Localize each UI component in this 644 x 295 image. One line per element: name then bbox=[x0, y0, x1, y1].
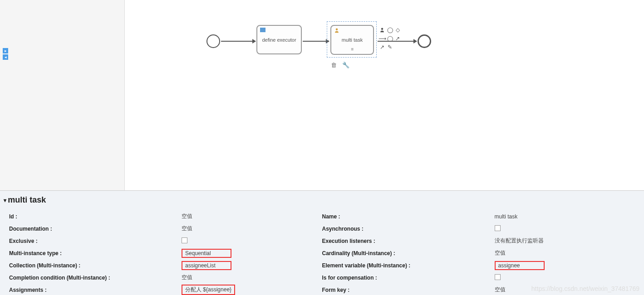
end-event[interactable] bbox=[418, 34, 431, 48]
property-label: Form key : bbox=[322, 287, 495, 293]
property-value[interactable]: 空值 bbox=[182, 213, 192, 220]
user-icon bbox=[334, 28, 339, 33]
context-pad: ◯ ◇ bbox=[379, 27, 401, 33]
task-label: multi task bbox=[342, 37, 363, 43]
property-row[interactable]: Assignments :分配人 ${assignee} bbox=[9, 284, 322, 295]
properties-col-left: Id :空值Documentation :空值Exclusive :Multi-… bbox=[9, 210, 322, 295]
property-label: Is for compensation : bbox=[322, 275, 495, 281]
properties-panel: multi task Id :空值Documentation :空值Exclus… bbox=[0, 190, 644, 295]
checkbox[interactable] bbox=[495, 274, 501, 280]
element-tools: 🗑 🔧 bbox=[331, 62, 349, 68]
user-icon[interactable] bbox=[379, 27, 385, 33]
properties-grid: Id :空值Documentation :空值Exclusive :Multi-… bbox=[0, 208, 644, 295]
property-label: Collection (Multi-instance) : bbox=[9, 262, 182, 269]
property-value[interactable]: 分配人 ${assignee} bbox=[182, 285, 235, 295]
property-value[interactable]: assigneeList bbox=[182, 261, 231, 270]
property-row[interactable]: Exclusive : bbox=[9, 235, 322, 247]
property-value[interactable]: 空值 bbox=[182, 225, 192, 232]
palette-sidebar: ▸ ◂ bbox=[0, 0, 125, 190]
property-value[interactable]: 空值 bbox=[495, 249, 506, 257]
property-value[interactable]: multi task bbox=[495, 213, 518, 220]
property-label: Multi-instance type : bbox=[9, 250, 182, 256]
property-row[interactable]: Name :multi task bbox=[322, 210, 635, 222]
property-label: Assignments : bbox=[9, 287, 182, 293]
property-label: Name : bbox=[322, 213, 495, 220]
checkbox[interactable] bbox=[182, 237, 187, 243]
property-value[interactable]: 空值 bbox=[182, 274, 192, 281]
sequence-flow[interactable] bbox=[303, 41, 329, 42]
start-event[interactable] bbox=[206, 34, 220, 48]
diagram-canvas[interactable]: define executor multi task ≡ ◯ ◇ ⟶ ◯ ↗ ↗… bbox=[125, 0, 644, 190]
sidebar-toggle: ▸ ◂ bbox=[3, 48, 8, 61]
task-type-icon bbox=[260, 28, 265, 32]
panel-title[interactable]: multi task bbox=[0, 195, 644, 208]
property-row[interactable]: Is for compensation : bbox=[322, 271, 635, 284]
expand-icon[interactable]: ▸ bbox=[3, 48, 8, 53]
wrench-icon[interactable]: 🔧 bbox=[342, 62, 349, 68]
property-label: Execution listeners : bbox=[322, 238, 495, 244]
property-row[interactable]: Completion condition (Multi-instance) :空… bbox=[9, 271, 322, 284]
arrow-icon[interactable]: ↗ bbox=[379, 44, 385, 50]
property-label: Documentation : bbox=[9, 226, 182, 232]
property-row[interactable]: Cardinality (Multi-instance) :空值 bbox=[322, 247, 635, 259]
property-row[interactable]: Documentation :空值 bbox=[9, 222, 322, 235]
sequence-flow[interactable] bbox=[378, 41, 417, 42]
property-row[interactable]: Form key :空值 bbox=[322, 284, 635, 295]
multi-instance-marker-icon: ≡ bbox=[351, 47, 354, 52]
service-task-define-executor[interactable]: define executor bbox=[256, 25, 302, 54]
user-task-multi-task[interactable]: multi task ≡ bbox=[330, 25, 374, 55]
user-task-multi-task-selection[interactable]: multi task ≡ bbox=[327, 21, 377, 58]
context-pad-row3: ↗ ✎ bbox=[379, 44, 393, 50]
task-label: define executor bbox=[262, 37, 296, 43]
properties-col-right: Name :multi taskAsynchronous :Execution … bbox=[322, 210, 635, 295]
property-value[interactable] bbox=[495, 225, 501, 232]
property-label: Id : bbox=[9, 213, 182, 220]
property-label: Cardinality (Multi-instance) : bbox=[322, 250, 495, 256]
sequence-flow[interactable] bbox=[221, 41, 256, 42]
circle-icon[interactable]: ◯ bbox=[387, 27, 393, 33]
property-row[interactable]: Execution listeners :没有配置执行监听器 bbox=[322, 235, 635, 247]
property-label: Asynchronous : bbox=[322, 226, 495, 232]
gateway-icon[interactable]: ◇ bbox=[394, 27, 401, 33]
property-row[interactable]: Asynchronous : bbox=[322, 222, 635, 235]
checkbox[interactable] bbox=[495, 225, 501, 231]
property-value[interactable]: Sequential bbox=[182, 249, 231, 258]
property-value[interactable]: 没有配置执行监听器 bbox=[495, 237, 544, 245]
edit-icon[interactable]: ✎ bbox=[387, 44, 393, 50]
property-value[interactable]: 空值 bbox=[495, 286, 506, 294]
property-value[interactable] bbox=[182, 237, 187, 245]
property-label: Exclusive : bbox=[9, 238, 182, 244]
property-row[interactable]: Collection (Multi-instance) :assigneeLis… bbox=[9, 259, 322, 271]
property-row[interactable]: Multi-instance type :Sequential bbox=[9, 247, 322, 259]
property-label: Element variable (Multi-instance) : bbox=[322, 262, 495, 269]
editor-area: ▸ ◂ define executor multi task ≡ ◯ ◇ ⟶ ◯… bbox=[0, 0, 644, 190]
property-row[interactable]: Element variable (Multi-instance) :assig… bbox=[322, 259, 635, 271]
property-value[interactable] bbox=[495, 274, 501, 281]
property-value[interactable]: assignee bbox=[495, 261, 545, 270]
property-row[interactable]: Id :空值 bbox=[9, 210, 322, 222]
property-label: Completion condition (Multi-instance) : bbox=[9, 275, 182, 281]
trash-icon[interactable]: 🗑 bbox=[331, 62, 337, 68]
collapse-icon[interactable]: ◂ bbox=[3, 54, 8, 60]
